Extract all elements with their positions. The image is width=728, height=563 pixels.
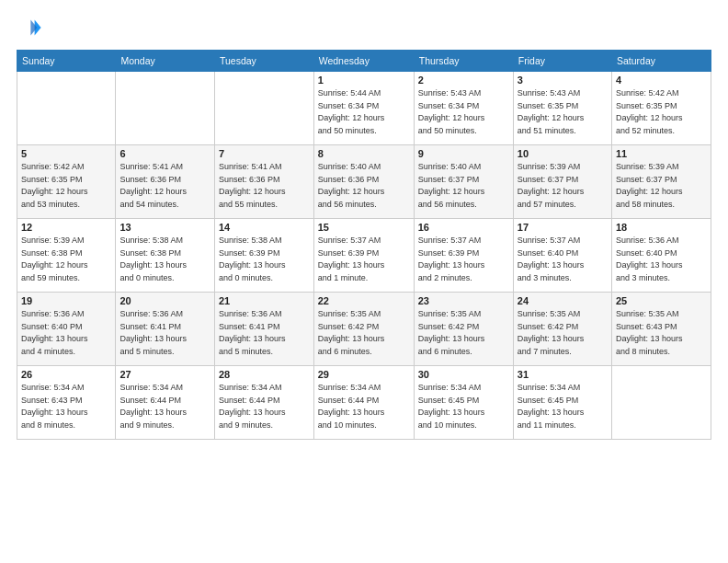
day-cell: 22Sunrise: 5:35 AM Sunset: 6:42 PM Dayli…	[313, 293, 414, 366]
day-number: 20	[119, 295, 210, 306]
day-cell: 23Sunrise: 5:35 AM Sunset: 6:42 PM Dayli…	[414, 293, 513, 366]
weekday-header-thursday: Thursday	[414, 51, 513, 72]
day-cell: 15Sunrise: 5:37 AM Sunset: 6:39 PM Dayli…	[313, 219, 414, 293]
day-number: 1	[318, 75, 410, 86]
day-info: Sunrise: 5:39 AM Sunset: 6:38 PM Dayligh…	[21, 235, 111, 284]
day-number: 15	[318, 222, 410, 233]
day-cell: 29Sunrise: 5:34 AM Sunset: 6:44 PM Dayli…	[313, 366, 414, 440]
day-cell: 4Sunrise: 5:42 AM Sunset: 6:35 PM Daylig…	[611, 72, 711, 145]
day-info: Sunrise: 5:41 AM Sunset: 6:36 PM Dayligh…	[219, 161, 310, 211]
day-cell: 13Sunrise: 5:38 AM Sunset: 6:38 PM Dayli…	[116, 219, 215, 293]
day-number: 31	[518, 369, 608, 380]
day-number: 2	[418, 75, 509, 86]
day-info: Sunrise: 5:37 AM Sunset: 6:40 PM Dayligh…	[518, 235, 608, 284]
day-number: 17	[518, 222, 608, 233]
week-row-3: 19Sunrise: 5:36 AM Sunset: 6:40 PM Dayli…	[17, 293, 711, 366]
day-info: Sunrise: 5:34 AM Sunset: 6:44 PM Dayligh…	[119, 382, 210, 431]
day-number: 11	[616, 148, 707, 159]
day-info: Sunrise: 5:36 AM Sunset: 6:40 PM Dayligh…	[616, 235, 707, 284]
day-cell	[17, 72, 116, 145]
day-number: 18	[616, 222, 707, 233]
day-number: 9	[418, 148, 509, 159]
day-info: Sunrise: 5:38 AM Sunset: 6:38 PM Dayligh…	[119, 235, 210, 284]
day-cell: 24Sunrise: 5:35 AM Sunset: 6:42 PM Dayli…	[513, 293, 611, 366]
day-info: Sunrise: 5:34 AM Sunset: 6:43 PM Dayligh…	[21, 382, 111, 431]
day-number: 29	[318, 369, 410, 380]
weekday-header-wednesday: Wednesday	[313, 51, 414, 72]
day-cell	[116, 72, 215, 145]
day-cell: 8Sunrise: 5:40 AM Sunset: 6:36 PM Daylig…	[313, 145, 414, 219]
weekday-header-row: SundayMondayTuesdayWednesdayThursdayFrid…	[17, 51, 711, 72]
day-number: 30	[418, 369, 509, 380]
week-row-4: 26Sunrise: 5:34 AM Sunset: 6:43 PM Dayli…	[17, 366, 711, 440]
week-row-2: 12Sunrise: 5:39 AM Sunset: 6:38 PM Dayli…	[17, 219, 711, 293]
header	[17, 15, 711, 40]
calendar: SundayMondayTuesdayWednesdayThursdayFrid…	[17, 50, 711, 440]
day-info: Sunrise: 5:44 AM Sunset: 6:34 PM Dayligh…	[318, 87, 410, 137]
day-info: Sunrise: 5:35 AM Sunset: 6:43 PM Dayligh…	[616, 308, 707, 358]
day-cell: 16Sunrise: 5:37 AM Sunset: 6:39 PM Dayli…	[414, 219, 513, 293]
day-cell	[214, 72, 313, 145]
day-info: Sunrise: 5:39 AM Sunset: 6:37 PM Dayligh…	[518, 161, 608, 211]
weekday-header-monday: Monday	[116, 51, 215, 72]
day-number: 5	[21, 148, 111, 159]
day-number: 22	[318, 295, 410, 306]
day-number: 23	[418, 295, 509, 306]
day-number: 8	[318, 148, 410, 159]
weekday-header-sunday: Sunday	[17, 51, 116, 72]
week-row-0: 1Sunrise: 5:44 AM Sunset: 6:34 PM Daylig…	[17, 72, 711, 145]
day-number: 26	[21, 369, 111, 380]
day-info: Sunrise: 5:40 AM Sunset: 6:36 PM Dayligh…	[318, 161, 410, 211]
day-number: 14	[219, 222, 310, 233]
day-cell	[611, 366, 711, 440]
week-row-1: 5Sunrise: 5:42 AM Sunset: 6:35 PM Daylig…	[17, 145, 711, 219]
weekday-header-saturday: Saturday	[611, 51, 711, 72]
day-cell: 9Sunrise: 5:40 AM Sunset: 6:37 PM Daylig…	[414, 145, 513, 219]
day-cell: 2Sunrise: 5:43 AM Sunset: 6:34 PM Daylig…	[414, 72, 513, 145]
day-number: 3	[518, 75, 608, 86]
page: SundayMondayTuesdayWednesdayThursdayFrid…	[0, 0, 728, 563]
day-number: 12	[21, 222, 111, 233]
day-info: Sunrise: 5:39 AM Sunset: 6:37 PM Dayligh…	[616, 161, 707, 211]
day-cell: 12Sunrise: 5:39 AM Sunset: 6:38 PM Dayli…	[17, 219, 116, 293]
day-cell: 17Sunrise: 5:37 AM Sunset: 6:40 PM Dayli…	[513, 219, 611, 293]
day-info: Sunrise: 5:42 AM Sunset: 6:35 PM Dayligh…	[21, 161, 111, 211]
day-cell: 14Sunrise: 5:38 AM Sunset: 6:39 PM Dayli…	[214, 219, 313, 293]
day-number: 6	[119, 148, 210, 159]
logo-icon	[17, 15, 42, 40]
day-cell: 26Sunrise: 5:34 AM Sunset: 6:43 PM Dayli…	[17, 366, 116, 440]
day-cell: 3Sunrise: 5:43 AM Sunset: 6:35 PM Daylig…	[513, 72, 611, 145]
day-info: Sunrise: 5:37 AM Sunset: 6:39 PM Dayligh…	[418, 235, 509, 284]
day-number: 25	[616, 295, 707, 306]
day-number: 28	[219, 369, 310, 380]
day-cell: 25Sunrise: 5:35 AM Sunset: 6:43 PM Dayli…	[611, 293, 711, 366]
day-cell: 6Sunrise: 5:41 AM Sunset: 6:36 PM Daylig…	[116, 145, 215, 219]
day-number: 4	[616, 75, 707, 86]
day-info: Sunrise: 5:43 AM Sunset: 6:34 PM Dayligh…	[418, 87, 509, 137]
day-number: 7	[219, 148, 310, 159]
day-info: Sunrise: 5:42 AM Sunset: 6:35 PM Dayligh…	[616, 87, 707, 137]
weekday-header-tuesday: Tuesday	[214, 51, 313, 72]
day-info: Sunrise: 5:34 AM Sunset: 6:44 PM Dayligh…	[318, 382, 410, 431]
day-number: 19	[21, 295, 111, 306]
day-info: Sunrise: 5:36 AM Sunset: 6:41 PM Dayligh…	[219, 308, 310, 358]
day-info: Sunrise: 5:41 AM Sunset: 6:36 PM Dayligh…	[119, 161, 210, 211]
day-cell: 28Sunrise: 5:34 AM Sunset: 6:44 PM Dayli…	[214, 366, 313, 440]
day-info: Sunrise: 5:40 AM Sunset: 6:37 PM Dayligh…	[418, 161, 509, 211]
day-info: Sunrise: 5:34 AM Sunset: 6:45 PM Dayligh…	[418, 382, 509, 431]
day-cell: 5Sunrise: 5:42 AM Sunset: 6:35 PM Daylig…	[17, 145, 116, 219]
weekday-header-friday: Friday	[513, 51, 611, 72]
day-cell: 7Sunrise: 5:41 AM Sunset: 6:36 PM Daylig…	[214, 145, 313, 219]
day-info: Sunrise: 5:34 AM Sunset: 6:45 PM Dayligh…	[518, 382, 608, 431]
day-number: 16	[418, 222, 509, 233]
day-cell: 10Sunrise: 5:39 AM Sunset: 6:37 PM Dayli…	[513, 145, 611, 219]
day-cell: 20Sunrise: 5:36 AM Sunset: 6:41 PM Dayli…	[116, 293, 215, 366]
day-info: Sunrise: 5:34 AM Sunset: 6:44 PM Dayligh…	[219, 382, 310, 431]
day-info: Sunrise: 5:43 AM Sunset: 6:35 PM Dayligh…	[518, 87, 608, 137]
day-cell: 1Sunrise: 5:44 AM Sunset: 6:34 PM Daylig…	[313, 72, 414, 145]
day-number: 13	[119, 222, 210, 233]
day-number: 24	[518, 295, 608, 306]
day-cell: 19Sunrise: 5:36 AM Sunset: 6:40 PM Dayli…	[17, 293, 116, 366]
day-info: Sunrise: 5:36 AM Sunset: 6:40 PM Dayligh…	[21, 308, 111, 358]
day-number: 21	[219, 295, 310, 306]
